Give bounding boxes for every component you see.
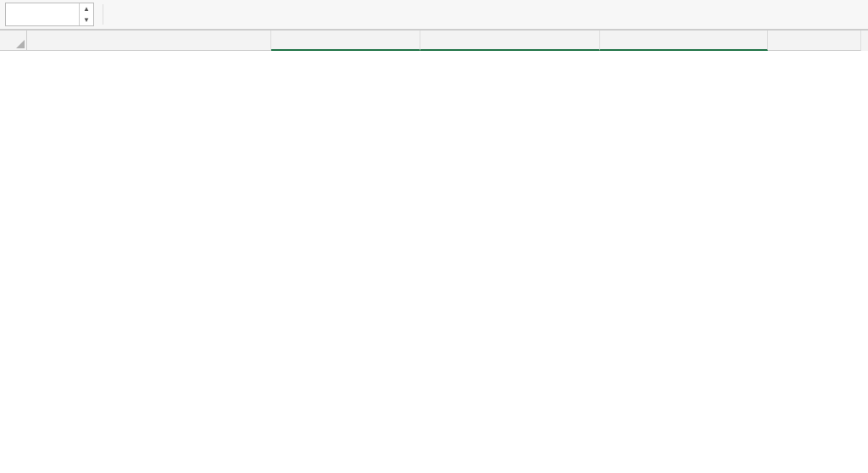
name-box-spinner[interactable]: ▲ ▼ — [79, 3, 93, 25]
divider — [103, 4, 103, 25]
formula-input[interactable] — [188, 3, 863, 25]
col-header-D[interactable] — [600, 31, 768, 51]
spreadsheet — [0, 31, 868, 51]
column-headers — [0, 31, 868, 51]
col-header-B[interactable] — [271, 31, 420, 51]
name-box-wrap: ▲ ▼ — [5, 3, 94, 26]
name-box[interactable] — [6, 6, 79, 23]
col-header-A[interactable] — [27, 31, 271, 51]
name-box-down-icon[interactable]: ▼ — [80, 14, 93, 25]
enter-formula-button[interactable] — [142, 3, 164, 25]
select-all-triangle[interactable] — [0, 31, 27, 51]
formula-bar: ▲ ▼ — [0, 0, 868, 31]
name-box-up-icon[interactable]: ▲ — [80, 3, 93, 14]
cancel-formula-button[interactable] — [112, 3, 134, 25]
col-header-C[interactable] — [420, 31, 600, 51]
col-header-E[interactable] — [768, 31, 861, 51]
